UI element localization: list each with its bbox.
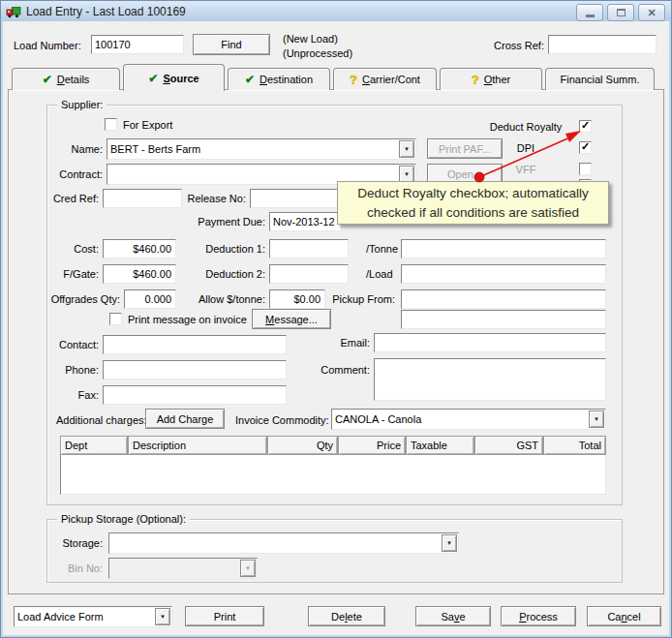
fax-label: Fax: <box>19 389 99 401</box>
column-header-description[interactable]: Description <box>128 436 267 455</box>
invoice-commodity-value: CANOLA - Canola <box>335 413 421 425</box>
email-input[interactable] <box>374 333 606 352</box>
per-load-label: /Load <box>366 268 393 280</box>
per-load-input[interactable] <box>401 264 606 284</box>
contract-label: Contract: <box>39 168 103 180</box>
column-header-dept[interactable]: Dept <box>60 436 128 455</box>
print-message-label: Print message on invoice <box>128 314 247 325</box>
payment-due-label: Payment Due: <box>174 216 265 228</box>
tab-source[interactable]: ✔ Source <box>123 64 225 91</box>
load-number-input[interactable]: 100170 <box>91 35 184 54</box>
chevron-down-icon[interactable]: ▼ <box>589 410 604 428</box>
charges-table: Dept Description Qty Price Taxable GST T… <box>60 436 606 495</box>
process-button[interactable]: Process <box>501 606 576 626</box>
question-icon: ? <box>472 73 479 87</box>
release-no-label: Release No: <box>167 193 246 204</box>
for-export-checkbox[interactable] <box>105 118 117 131</box>
column-header-price[interactable]: Price <box>338 436 406 455</box>
column-header-gst[interactable]: GST <box>474 436 543 455</box>
vff-checkbox[interactable] <box>579 163 592 175</box>
storage-combobox[interactable]: ▼ <box>108 532 459 554</box>
tab-carrier-cont-label: Carrier/Cont <box>362 74 420 85</box>
close-button[interactable]: ✕ <box>638 4 665 21</box>
chevron-down-icon[interactable]: ▼ <box>399 140 414 158</box>
column-header-total[interactable]: Total <box>543 436 606 455</box>
tab-other-label: Other <box>484 74 511 85</box>
print-paf-button[interactable]: Print PAF... <box>427 138 503 159</box>
tab-other[interactable]: ? Other <box>440 68 542 90</box>
cancel-button[interactable]: Cancel <box>587 606 661 626</box>
charges-table-body[interactable] <box>60 455 606 495</box>
deduction2-input[interactable] <box>269 264 349 284</box>
find-button[interactable]: Find <box>193 34 270 55</box>
tab-financial-summ-label: Financial Summ. <box>561 74 640 85</box>
deduct-royalty-checkbox[interactable] <box>579 120 592 133</box>
deduction1-input[interactable] <box>269 239 349 258</box>
new-load-status: (New Load) <box>283 33 338 45</box>
storage-label: Storage: <box>39 537 103 549</box>
phone-label: Phone: <box>19 364 99 376</box>
invoice-commodity-label: Invoice Commodity: <box>235 414 329 426</box>
fgate-input[interactable]: $460.00 <box>103 264 176 284</box>
for-export-label: For Export <box>123 119 172 131</box>
deduct-royalty-tooltip: Deduct Royalty checkbox; automatically c… <box>337 181 609 225</box>
tooltip-line-1: Deduct Royalty checkbox; automatically <box>338 184 608 203</box>
chevron-down-icon[interactable]: ▼ <box>442 534 457 552</box>
load-entry-window: Load Entry - Last Load 100169 ✕ Load Num… <box>0 0 672 638</box>
message-button[interactable]: Message... <box>252 309 331 329</box>
report-type-value: Load Advice Form <box>17 611 104 623</box>
tab-destination-label: Destination <box>260 74 313 85</box>
tab-destination[interactable]: ✔ Destination <box>228 68 330 90</box>
column-header-qty[interactable]: Qty <box>267 436 338 455</box>
pickup-from-input[interactable] <box>401 289 606 309</box>
check-icon: ✔ <box>43 73 52 86</box>
phone-input[interactable] <box>103 360 287 380</box>
per-tonne-label: /Tonne <box>366 243 398 255</box>
cross-ref-input[interactable] <box>548 35 657 54</box>
minimize-button[interactable] <box>576 4 603 21</box>
payment-due-input[interactable]: Nov-2013-12 <box>269 212 342 231</box>
column-header-taxable[interactable]: Taxable <box>406 436 474 455</box>
tab-carrier-cont[interactable]: ? Carrier/Cont <box>333 68 437 90</box>
cost-label: Cost: <box>19 243 99 255</box>
chevron-down-icon[interactable]: ▼ <box>155 608 170 625</box>
bin-no-label: Bin No: <box>39 562 103 574</box>
deduction1-label: Deduction 1: <box>174 243 265 255</box>
fax-input[interactable] <box>103 385 287 405</box>
tab-details[interactable]: ✔ Details <box>12 68 120 90</box>
cred-ref-label: Cred Ref: <box>19 193 99 204</box>
maximize-icon <box>617 9 626 16</box>
name-value: BERT - Berts Farm <box>110 143 200 155</box>
invoice-commodity-combobox[interactable]: CANOLA - Canola ▼ <box>331 409 606 430</box>
report-type-combobox[interactable]: Load Advice Form ▼ <box>14 606 172 627</box>
save-button[interactable]: Save <box>415 606 491 626</box>
print-button[interactable]: Print <box>185 606 264 626</box>
minimize-icon <box>586 15 595 17</box>
title-bar[interactable]: Load Entry - Last Load 100169 ✕ <box>1 1 671 21</box>
maximize-button[interactable] <box>607 4 634 21</box>
unprocessed-status: (Unprocessed) <box>283 47 352 59</box>
bin-no-combobox[interactable]: ▼ <box>108 558 258 579</box>
fgate-label: F/Gate: <box>19 268 99 280</box>
name-combobox[interactable]: BERT - Berts Farm ▼ <box>107 138 416 160</box>
chevron-down-icon: ▼ <box>240 560 256 577</box>
delete-button[interactable]: Delete <box>308 606 385 626</box>
comment-textarea[interactable] <box>374 358 606 401</box>
release-no-input[interactable] <box>250 189 339 208</box>
pickup-from-label: Pickup From: <box>310 293 395 305</box>
add-charge-button[interactable]: Add Charge <box>145 409 225 429</box>
load-number-label: Load Number: <box>14 40 81 51</box>
cross-ref-label: Cross Ref: <box>484 40 544 51</box>
message-text-field[interactable] <box>401 310 606 329</box>
contact-label: Contact: <box>19 339 99 350</box>
per-tonne-input[interactable] <box>401 239 606 258</box>
question-icon: ? <box>350 73 357 87</box>
print-message-checkbox[interactable] <box>109 313 122 325</box>
email-label: Email: <box>320 337 370 349</box>
cost-input[interactable]: $460.00 <box>103 239 176 258</box>
offgrades-qty-input[interactable]: 0.000 <box>124 289 176 309</box>
dpi-checkbox[interactable] <box>579 141 592 154</box>
contact-input[interactable] <box>103 335 287 354</box>
tab-financial-summ[interactable]: Financial Summ. <box>545 68 655 90</box>
pickup-storage-legend: Pickup Storage (Optional): <box>57 513 190 525</box>
